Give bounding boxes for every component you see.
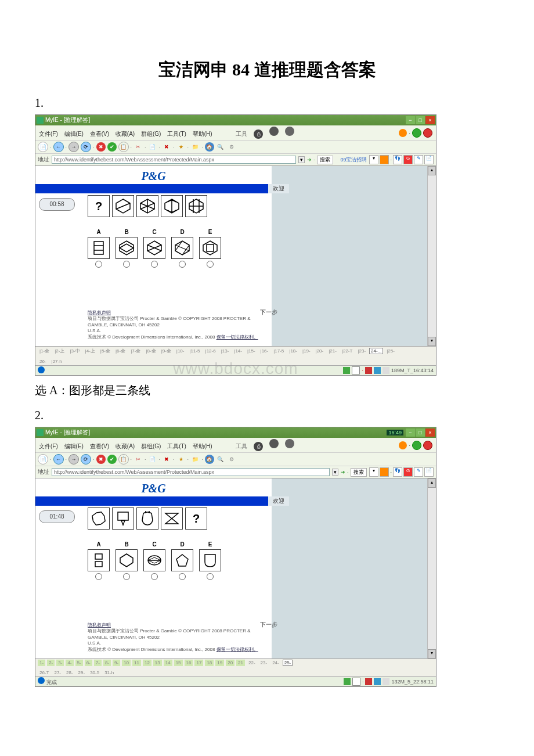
- maximize-button[interactable]: □: [416, 429, 425, 437]
- tab-item[interactable]: |25-: [385, 348, 396, 354]
- tab-item[interactable]: 10: [122, 660, 131, 666]
- tab-item[interactable]: 4-: [66, 660, 73, 666]
- stop-icon-2[interactable]: ✖: [96, 455, 106, 464]
- menu-help[interactable]: 帮助(H): [193, 131, 212, 137]
- printer-icon[interactable]: ⎙: [254, 442, 263, 451]
- tab-item[interactable]: 28-: [64, 669, 75, 676]
- tab-item[interactable]: 15: [174, 660, 183, 666]
- home-icon[interactable]: 🏠: [205, 455, 214, 464]
- tab-item[interactable]: 26-: [38, 358, 48, 365]
- radio-c[interactable]: [151, 573, 158, 580]
- addr-tool-1[interactable]: ▾: [369, 155, 378, 164]
- menu-help[interactable]: 帮助(H): [193, 443, 212, 449]
- tool-icon-3[interactable]: [285, 439, 294, 448]
- forward-icon[interactable]: →: [68, 142, 79, 152]
- tab-item[interactable]: 20: [226, 660, 234, 666]
- new-icon[interactable]: 📄: [38, 454, 48, 465]
- menu-view[interactable]: 查看(V): [90, 443, 109, 449]
- folder-icon[interactable]: 📁: [190, 455, 200, 464]
- gear-icon[interactable]: ⚙: [227, 142, 236, 152]
- stop-icon[interactable]: [423, 441, 432, 450]
- tab-item[interactable]: |14-: [232, 348, 244, 354]
- rights-link[interactable]: 保留一切法律权利。: [217, 334, 258, 340]
- tab-item[interactable]: 23-: [259, 660, 269, 666]
- home-icon[interactable]: 🏠: [205, 142, 214, 152]
- tab-item[interactable]: 2-: [47, 660, 55, 666]
- copy-icon[interactable]: 📄: [148, 455, 157, 464]
- favorites-icon[interactable]: ★: [176, 142, 186, 152]
- tab-item[interactable]: 26-T: [38, 669, 50, 676]
- tab-item[interactable]: |5-全: [99, 347, 112, 355]
- tab-item[interactable]: |7-全: [129, 347, 142, 355]
- tab-item[interactable]: |23-: [356, 348, 367, 354]
- tab-item[interactable]: |15-: [246, 348, 257, 354]
- radio-a[interactable]: [95, 573, 102, 580]
- scrollbar[interactable]: ▴ ▾: [427, 478, 436, 658]
- go-button[interactable]: ➜ ·: [307, 157, 315, 163]
- scroll-down-icon[interactable]: ▾: [428, 337, 436, 346]
- addr-tool-2[interactable]: [380, 155, 389, 164]
- refresh-icon[interactable]: [412, 128, 421, 138]
- google-icon[interactable]: G: [403, 155, 413, 164]
- go-dropdown[interactable]: ▾: [298, 156, 305, 163]
- tab-item[interactable]: 21: [236, 660, 245, 666]
- tab-item[interactable]: |13-: [219, 348, 231, 354]
- tab-item[interactable]: 18: [205, 660, 214, 666]
- close-button[interactable]: ×: [425, 116, 435, 124]
- tab-item-active[interactable]: 25-: [283, 660, 293, 666]
- addr-tool-5[interactable]: ✎: [414, 155, 423, 164]
- tab-item[interactable]: |16-: [259, 348, 270, 354]
- url-input[interactable]: http://www.identifythebest.com/WebAssess…: [52, 468, 330, 476]
- cut-icon[interactable]: ✂: [134, 455, 143, 464]
- tab-item[interactable]: |2-上: [53, 347, 66, 355]
- tab-item[interactable]: |11-5: [187, 348, 201, 354]
- stop-icon[interactable]: [423, 128, 432, 138]
- radio-e[interactable]: [207, 261, 214, 268]
- tab-item[interactable]: |20-: [314, 348, 326, 354]
- tab-item-active[interactable]: 24-...: [369, 348, 383, 354]
- refresh-icon[interactable]: [412, 441, 421, 450]
- addr-tool-1[interactable]: ▾: [369, 467, 378, 477]
- scrollbar[interactable]: ▴ ▾: [427, 166, 436, 346]
- tool-icon-3[interactable]: [285, 127, 294, 136]
- tab-item[interactable]: |10-: [175, 348, 186, 354]
- favorites-icon[interactable]: ★: [176, 455, 186, 464]
- tab-item[interactable]: 3-: [56, 660, 64, 666]
- minimize-button[interactable]: −: [406, 429, 415, 437]
- new-icon[interactable]: 📄: [38, 142, 48, 152]
- tab-item[interactable]: 11: [132, 660, 141, 666]
- menu-tools[interactable]: 工具(T): [167, 131, 186, 137]
- back-icon[interactable]: ←: [53, 454, 64, 465]
- cut-icon[interactable]: ✂: [134, 142, 143, 152]
- radio-c[interactable]: [151, 261, 158, 268]
- google-icon[interactable]: G: [403, 467, 413, 477]
- menu-file[interactable]: 文件(F): [39, 443, 58, 449]
- printer-icon[interactable]: ⎙: [254, 129, 263, 139]
- menu-group[interactable]: 群组(G): [141, 443, 161, 449]
- search-button[interactable]: 搜索: [317, 156, 333, 164]
- radio-a[interactable]: [95, 261, 102, 268]
- menu-file[interactable]: 文件(F): [39, 131, 58, 137]
- tab-item[interactable]: 17: [194, 660, 203, 666]
- addr-tool-2[interactable]: [380, 467, 389, 477]
- addr-tool-5[interactable]: ✎: [414, 467, 423, 477]
- maximize-button[interactable]: □: [416, 116, 425, 124]
- tab-item[interactable]: 13: [153, 660, 162, 666]
- tool-a-icon[interactable]: 📋: [118, 142, 129, 152]
- radio-b[interactable]: [123, 573, 130, 580]
- tab-item[interactable]: |17-5: [272, 348, 286, 354]
- tool-a-icon[interactable]: 📋: [118, 454, 129, 465]
- tab-item[interactable]: |4-上: [84, 347, 97, 355]
- search-button[interactable]: 搜索: [351, 468, 367, 477]
- tab-item[interactable]: 29-: [77, 669, 87, 676]
- tool-icon-2[interactable]: [269, 439, 279, 448]
- tab-item[interactable]: 16: [185, 660, 193, 666]
- tab-item[interactable]: |27-h: [50, 358, 64, 365]
- tab-item[interactable]: |21-: [327, 348, 338, 354]
- tab-item[interactable]: 12: [143, 660, 151, 666]
- menu-view[interactable]: 查看(V): [90, 131, 109, 137]
- search-icon[interactable]: 🔍: [216, 142, 225, 152]
- forward-icon[interactable]: →: [68, 454, 79, 465]
- skin-icon[interactable]: [399, 129, 407, 137]
- reload-icon[interactable]: ⟳: [81, 142, 91, 152]
